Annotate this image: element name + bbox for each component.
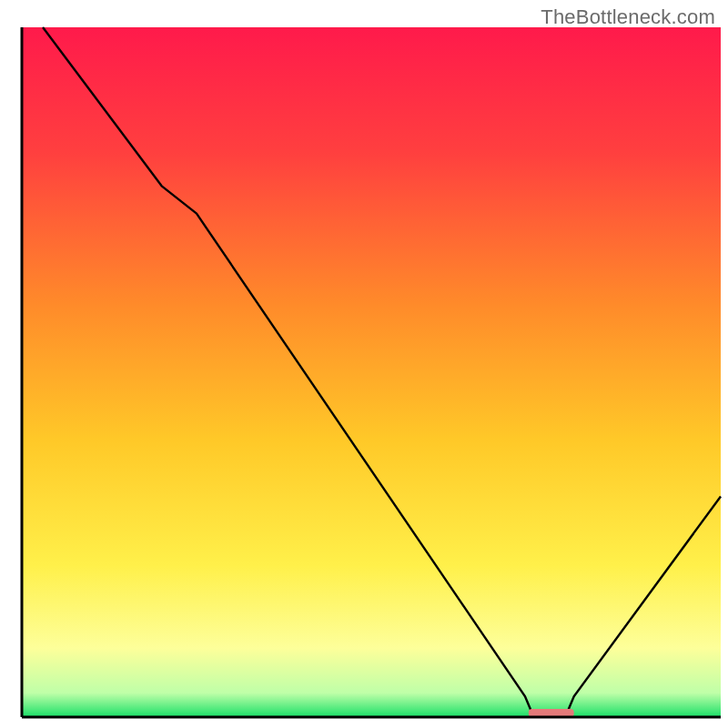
watermark-text: TheBottleneck.com	[541, 5, 715, 29]
bottleneck-chart	[0, 0, 728, 728]
plot-background	[22, 27, 721, 717]
chart-frame: TheBottleneck.com	[0, 0, 728, 728]
